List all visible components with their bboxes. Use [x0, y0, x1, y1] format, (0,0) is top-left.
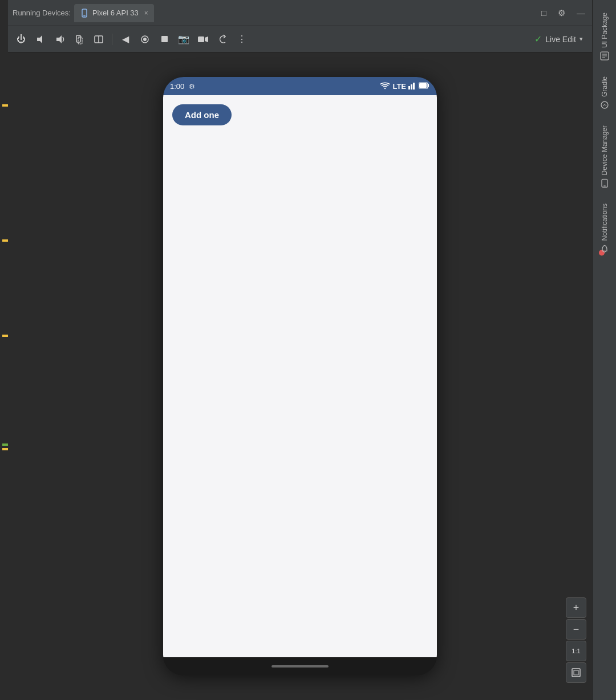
- svg-point-9: [143, 38, 147, 41]
- svg-marker-12: [205, 36, 208, 42]
- gradle-label: Gradle: [601, 76, 609, 97]
- device-manager-label: Device Manager: [601, 125, 609, 175]
- lte-label: LTE: [392, 82, 406, 91]
- gutter-marker-3: [2, 335, 8, 337]
- svg-rect-15: [411, 84, 412, 89]
- ui-package-label: UI Package: [601, 13, 609, 48]
- device-area: 1:00 ⚙ LTE: [8, 52, 592, 700]
- more-options-btn[interactable]: ⋮: [233, 31, 250, 48]
- status-settings-icon: ⚙: [189, 83, 195, 91]
- status-bar: 1:00 ⚙ LTE: [163, 77, 437, 95]
- minimize-btn[interactable]: —: [574, 7, 587, 19]
- phone-bottom-bar: [163, 657, 437, 675]
- svg-marker-3: [56, 35, 62, 43]
- zoom-controls: + − 1:1: [566, 597, 586, 683]
- gutter-marker-1: [2, 104, 8, 107]
- tab-close-btn[interactable]: ×: [144, 9, 148, 17]
- device-tab[interactable]: Pixel 6 API 33 ×: [74, 4, 154, 22]
- record-btn[interactable]: [136, 31, 153, 48]
- live-edit-dropdown: ▾: [579, 35, 583, 43]
- status-time: 1:00 ⚙: [170, 82, 380, 91]
- phone-content: Add one: [163, 95, 437, 657]
- battery-icon: [419, 82, 430, 90]
- svg-marker-2: [37, 35, 42, 43]
- home-indicator: [271, 665, 329, 668]
- live-edit-check: ✓: [534, 34, 542, 44]
- rotate-btn[interactable]: [71, 31, 88, 48]
- title-bar-left: Running Devices: Pixel 6 API 33 ×: [13, 4, 539, 22]
- wifi-icon: [380, 82, 390, 91]
- add-one-button[interactable]: Add one: [172, 104, 232, 125]
- title-bar-right: □ ⚙ —: [539, 7, 587, 19]
- zoom-out-btn[interactable]: −: [566, 619, 586, 640]
- svg-rect-19: [572, 669, 580, 677]
- fold-btn[interactable]: [90, 31, 107, 48]
- gutter-marker-5: [2, 448, 8, 450]
- maximize-btn[interactable]: □: [539, 7, 549, 19]
- notifications-label: Notifications: [601, 204, 609, 241]
- svg-rect-10: [161, 36, 168, 42]
- sidebar-tool-ui-package[interactable]: UI Package: [595, 5, 614, 68]
- sidebar-tool-device-manager[interactable]: Device Manager: [595, 117, 614, 196]
- settings-btn[interactable]: ⚙: [556, 7, 568, 19]
- svg-rect-1: [83, 15, 86, 17]
- svg-rect-14: [408, 86, 410, 89]
- left-gutter: [0, 0, 8, 700]
- status-icons: LTE: [380, 82, 430, 91]
- right-sidebar: UI Package Gradle Device Manager Notific…: [592, 0, 616, 700]
- device-tab-icon: [80, 9, 89, 18]
- svg-rect-24: [603, 185, 606, 186]
- title-bar: Running Devices: Pixel 6 API 33 × □ ⚙ —: [8, 0, 592, 26]
- gutter-marker-4: [2, 443, 8, 446]
- phone-frame: 1:00 ⚙ LTE: [163, 77, 437, 675]
- power-btn[interactable]: ⏻: [13, 31, 30, 48]
- zoom-in-btn[interactable]: +: [566, 597, 586, 618]
- screenshot-btn[interactable]: 📷: [175, 31, 192, 48]
- svg-rect-18: [419, 83, 427, 88]
- live-edit-label: Live Edit: [545, 35, 576, 44]
- gutter-marker-2: [2, 239, 8, 242]
- rewind-btn[interactable]: [214, 31, 231, 48]
- video-btn[interactable]: [194, 31, 212, 48]
- sidebar-tool-notifications[interactable]: Notifications: [595, 196, 614, 261]
- svg-rect-16: [413, 83, 415, 89]
- back-btn[interactable]: ◀: [117, 31, 134, 48]
- toolbar-sep-1: [112, 34, 112, 45]
- svg-rect-11: [198, 36, 204, 42]
- stop-btn[interactable]: [156, 31, 173, 48]
- zoom-fit-btn[interactable]: [566, 662, 586, 683]
- zoom-ratio-label: 1:1: [566, 641, 586, 661]
- volume-down-btn[interactable]: [32, 31, 49, 48]
- running-devices-label: Running Devices:: [13, 9, 71, 17]
- signal-icon: [408, 82, 416, 91]
- main-area: Running Devices: Pixel 6 API 33 × □ ⚙ — …: [8, 0, 592, 700]
- volume-up-btn[interactable]: [51, 31, 68, 48]
- sidebar-tool-gradle[interactable]: Gradle: [595, 68, 614, 117]
- tab-label: Pixel 6 API 33: [92, 9, 139, 17]
- svg-point-13: [384, 88, 386, 89]
- live-edit-btn[interactable]: ✓ Live Edit ▾: [530, 31, 587, 47]
- svg-rect-20: [574, 670, 578, 675]
- toolbar: ⏻ ◀: [8, 26, 592, 52]
